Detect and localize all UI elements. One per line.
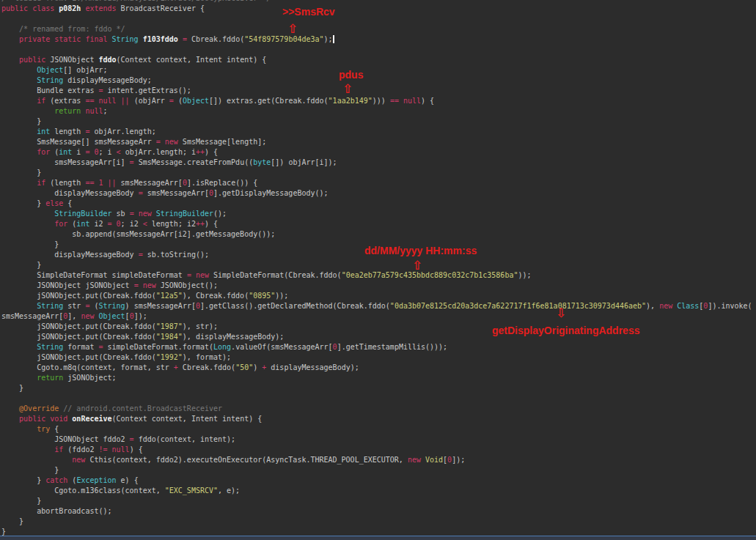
- horizontal-scrollbar[interactable]: [0, 536, 756, 540]
- code-segment: != null: [98, 445, 129, 454]
- code-segment: JSONObject();: [156, 281, 218, 289]
- code-segment: ++: [196, 148, 205, 156]
- code-segment: new: [81, 312, 94, 320]
- code-line: smsMessageArr[0], new Object[0]);: [1, 311, 756, 322]
- code-segment: SmsMessage[] smsMessageArr: [1, 138, 156, 146]
- code-line: for (int i2 = 0; i2 < length; i2++) {: [1, 219, 756, 229]
- code-segment: int: [76, 220, 89, 228]
- code-segment: Cbreak.fddo(: [187, 35, 244, 43]
- code-segment: new: [143, 281, 156, 289]
- code-segment: ]).invoke(: [708, 302, 752, 310]
- code-segment: ));: [275, 292, 288, 300]
- code-line: }: [1, 383, 756, 393]
- code-segment: .valueOf(smsMessageArr[: [231, 343, 332, 351]
- code-segment: displayMessageBody: [1, 251, 139, 259]
- code-line: return jSONObject;: [1, 373, 756, 383]
- code-segment: public: [19, 56, 50, 64]
- code-segment: Class: [677, 302, 699, 310]
- code-segment: ],: [67, 312, 81, 320]
- code-segment: }: [1, 476, 45, 484]
- code-segment: [1, 66, 37, 74]
- code-segment: smsMessageArr[: [143, 189, 209, 197]
- code-line: }: [1, 116, 756, 127]
- code-segment: String: [37, 343, 63, 351]
- code-line: String format = simpleDateFormat.format(…: [1, 342, 756, 352]
- code-segment: [1, 456, 72, 464]
- code-segment: "0895": [249, 292, 275, 300]
- code-segment: "1992": [156, 353, 183, 361]
- code-line: StringBuilder sb = new StringBuilder();: [1, 209, 756, 219]
- code-segment: [1, 343, 37, 351]
- code-segment: JSONObject: [50, 56, 98, 64]
- code-segment: String: [37, 76, 63, 84]
- code-segment: ].isReplace()) {: [187, 179, 257, 187]
- code-segment: }: [1, 466, 59, 474]
- code-segment: }: [1, 240, 59, 248]
- code-segment: JSONObject jSONObject: [1, 281, 134, 289]
- code-segment: try: [37, 425, 50, 433]
- code-segment: (: [174, 97, 183, 105]
- code-segment: else: [45, 199, 63, 207]
- code-segment: [1, 425, 37, 433]
- code-segment: objArr.length; i: [121, 148, 196, 156]
- code-line: return null;: [1, 106, 756, 116]
- code-segment: "EXC_SMSRCV": [165, 487, 218, 495]
- code-segment: Object: [98, 312, 125, 320]
- annotation-label-get-display-originating-address: getDisplayOriginatingAddress: [492, 325, 639, 337]
- code-segment: String: [98, 302, 125, 310]
- code-segment: fddo: [98, 56, 116, 64]
- code-line: String displayMessageBody;: [1, 75, 756, 86]
- code-segment: str: [63, 302, 85, 310]
- code-line: displayMessageBody = smsMessageArr[0].ge…: [1, 188, 756, 199]
- code-segment: jSONObject.put(Cbreak.fddo(: [1, 322, 156, 330]
- code-line: /* renamed from: fddo */: [1, 24, 756, 34]
- text-caret: [333, 35, 334, 43]
- code-line: @Override // android.content.BroadcastRe…: [1, 404, 756, 414]
- code-segment: }: [1, 117, 41, 125]
- code-segment: public class: [1, 4, 59, 12]
- code-segment: [1, 97, 37, 105]
- code-segment: int: [59, 148, 72, 156]
- code-segment: [1, 445, 54, 454]
- code-segment: abortBroadcast();: [1, 507, 112, 515]
- code-segment: displayMessageBody;: [63, 76, 151, 84]
- code-segment: (extras: [45, 97, 85, 105]
- code-segment: }: [1, 384, 23, 392]
- code-segment: {: [50, 425, 59, 433]
- code-segment: (length: [45, 179, 85, 187]
- code-line: smsMessageArr[i] = SmsMessage.createFrom…: [1, 158, 756, 168]
- code-segment: ));: [518, 271, 531, 279]
- code-segment: ||: [121, 97, 130, 105]
- code-segment: SmsMessage.createFromPdu((: [134, 158, 254, 166]
- code-segment: , e);: [218, 487, 240, 495]
- code-segment: [1, 107, 54, 115]
- code-segment: new: [72, 456, 85, 464]
- code-segment: intent.getExtras();: [103, 86, 191, 95]
- code-segment: p082h: [59, 4, 81, 12]
- code-segment: ) {: [421, 97, 434, 105]
- code-segment: [1, 415, 19, 423]
- code-segment: sb.toString();: [143, 251, 209, 259]
- code-line: private static final String f103fddo = C…: [1, 34, 756, 45]
- code-segment: [1, 210, 54, 218]
- code-segment: ), str);: [183, 322, 218, 330]
- code-segment: simpleDateFormat.format(: [103, 343, 214, 351]
- code-segment: String: [37, 302, 63, 310]
- code-segment: BroadcastReceiver {: [121, 4, 205, 12]
- code-line: jSONObject.put(Cbreak.fddo("1992"), form…: [1, 352, 756, 363]
- annotation-label-smsrcv: >>SmsRcv: [282, 6, 335, 18]
- code-segment: StringBuilder: [156, 210, 213, 218]
- code-line: }: [1, 517, 756, 527]
- code-segment: ].getTimestampMillis()));: [337, 343, 448, 351]
- code-segment: byte: [253, 158, 271, 166]
- code-segment: Cbreak.fddo(: [178, 363, 235, 371]
- code-segment: "0ea2eb77a579c435bbdc889c032c7b1c3586ba": [342, 271, 518, 279]
- code-segment: [1, 76, 37, 84]
- code-segment: for: [37, 148, 50, 156]
- code-line: SimpleDateFormat simpleDateFormat = new …: [1, 270, 756, 281]
- code-line: Object[] objArr;: [1, 65, 756, 75]
- code-line: }: [1, 496, 756, 506]
- code-segment: ) smsMessageArr[: [125, 302, 196, 310]
- code-segment: ), Cbreak.fddo(: [183, 292, 249, 300]
- code-segment: (Context context, Intent intent) {: [112, 415, 263, 423]
